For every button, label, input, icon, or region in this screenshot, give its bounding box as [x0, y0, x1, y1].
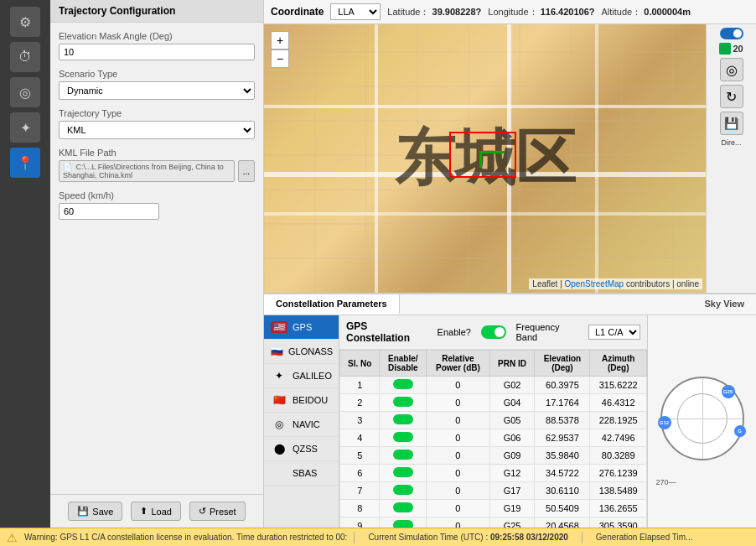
sky-dot-g25: G25 — [722, 385, 735, 398]
table-row: 3 0 G05 88.5378 228.1925 — [340, 412, 647, 429]
row-toggle-3[interactable] — [393, 432, 413, 442]
cell-enable[interactable] — [380, 517, 427, 528]
map-section: Coordinate LLA ECEF ENU Latitude： 39.908… — [264, 0, 756, 293]
speed-input[interactable] — [59, 203, 159, 220]
cell-enable[interactable] — [380, 429, 427, 447]
latitude-value: 39.908228? — [432, 7, 482, 17]
cell-enable[interactable] — [380, 482, 427, 500]
row-toggle-4[interactable] — [393, 450, 413, 460]
sidebar-icon-tools[interactable]: ✦ — [10, 112, 40, 143]
map-zoom-out-button[interactable]: − — [271, 49, 289, 68]
longitude-value: 116.420106? — [541, 7, 595, 17]
left-sidebar: ⚙ ⏱ ◎ ✦ 📍 — [0, 0, 50, 528]
satellite-table: Sl. No Enable/Disable RelativePower (dB)… — [339, 350, 647, 528]
const-item-navic[interactable]: ◎ NAVIC — [264, 413, 339, 437]
sidebar-icon-satellite[interactable]: ◎ — [10, 77, 40, 107]
cell-azimuth: 276.1239 — [590, 465, 647, 482]
navic-flag: ◎ — [271, 419, 287, 430]
frequency-band-select[interactable]: L1 C/A L2C L5 — [588, 325, 640, 340]
cell-enable[interactable] — [380, 412, 427, 429]
cell-elevation: 60.3975 — [535, 377, 590, 394]
attribution-leaflet: Leaflet | — [532, 279, 564, 289]
refresh-icon-btn[interactable]: ↻ — [720, 85, 743, 108]
table-row: 5 0 G09 35.9840 80.3289 — [340, 447, 647, 465]
table-row: 1 0 G02 60.3975 315.6222 — [340, 377, 647, 394]
cell-prn: G04 — [489, 394, 535, 412]
map-container[interactable]: 东城区 + − Leaflet | OpenStreetMap — [264, 24, 706, 293]
cell-azimuth: 136.2655 — [590, 500, 647, 517]
trajectory-type-select[interactable]: KML NMEA — [59, 121, 255, 139]
cell-enable[interactable] — [380, 447, 427, 465]
preset-button[interactable]: ↺ Preset — [189, 502, 246, 521]
table-row: 2 0 G04 17.1764 46.4312 — [340, 394, 647, 412]
sidebar-icon-settings[interactable]: ⚙ — [10, 7, 40, 37]
save-map-icon-btn[interactable]: 💾 — [720, 112, 743, 135]
sbas-label: SBAS — [293, 468, 317, 478]
config-header: Trajectory Configuration — [50, 0, 263, 23]
const-item-qzss[interactable]: ⬤ QZSS — [264, 437, 339, 461]
table-row: 4 0 G06 62.9537 42.7496 — [340, 429, 647, 447]
row-toggle-7[interactable] — [393, 502, 413, 512]
cell-enable[interactable] — [380, 500, 427, 517]
main-content: ⚙ ⏱ ◎ ✦ 📍 Trajectory Configuration Eleva… — [0, 0, 756, 528]
cell-enable[interactable] — [380, 465, 427, 482]
altitude-display: Altitude： 0.000004m — [602, 6, 691, 18]
sky-dot-g-right: G — [734, 425, 746, 437]
sky-view-panel: G25 G12 G 270— — [647, 315, 756, 528]
cell-azimuth: 138.5489 — [590, 482, 647, 500]
save-icon: 💾 — [77, 506, 89, 517]
const-item-sbas[interactable]: SBAS — [264, 461, 339, 486]
cell-elevation: 34.5722 — [535, 465, 590, 482]
row-toggle-0[interactable] — [393, 379, 413, 389]
top-toggle-switch[interactable] — [720, 28, 743, 39]
cell-slno: 1 — [340, 377, 380, 394]
galileo-label: GALILEO — [293, 371, 332, 381]
load-button[interactable]: ⬆ Load — [131, 502, 180, 521]
scenario-type-select[interactable]: Dynamic Static — [59, 81, 255, 100]
sidebar-icon-map[interactable]: 📍 — [10, 148, 40, 178]
row-toggle-2[interactable] — [393, 414, 413, 424]
gps-table: Sl. No Enable/Disable RelativePower (dB)… — [339, 350, 647, 528]
map-zoom-in-button[interactable]: + — [271, 31, 289, 49]
gps-flag: 🇺🇸 — [271, 321, 287, 333]
constellation-parameters-tab[interactable]: Constellation Parameters — [264, 294, 400, 315]
gps-enable-toggle[interactable] — [481, 325, 506, 339]
status-bar: ⚠ Warning: GPS L1 C/A constellation lice… — [0, 528, 756, 546]
save-button[interactable]: 💾 Save — [68, 502, 122, 521]
generation-label: Generation Elapsed Tim... — [596, 533, 693, 542]
attribution-osm: OpenStreetMap — [565, 279, 624, 289]
row-toggle-1[interactable] — [393, 397, 413, 407]
cell-azimuth: 42.7496 — [590, 429, 647, 447]
table-row: 6 0 G12 34.5722 276.1239 — [340, 465, 647, 482]
cell-enable[interactable] — [380, 394, 427, 412]
gps-label: GPS — [293, 322, 312, 332]
const-item-gps[interactable]: 🇺🇸 GPS — [264, 315, 339, 340]
kml-browse-button[interactable]: ... — [238, 160, 255, 182]
cell-power: 0 — [427, 394, 489, 412]
config-body: Elevation Mask Angle (Deg) Scenario Type… — [50, 23, 263, 494]
bottom-panel: Constellation Parameters Sky View 🇺🇸 GPS… — [264, 293, 756, 528]
const-item-beidou[interactable]: 🇨🇳 BEIDOU — [264, 388, 339, 413]
cell-slno: 2 — [340, 394, 380, 412]
const-item-galileo[interactable]: ✦ GALILEO — [264, 364, 339, 388]
row-toggle-8[interactable] — [393, 520, 413, 528]
coordinate-mode-select[interactable]: LLA ECEF ENU — [330, 3, 381, 20]
sidebar-icon-clock[interactable]: ⏱ — [10, 42, 40, 72]
frequency-band-label: Frequency Band — [516, 322, 578, 342]
cell-enable[interactable] — [380, 377, 427, 394]
circle-icon-btn[interactable]: ◎ — [720, 58, 743, 81]
row-toggle-6[interactable] — [393, 485, 413, 495]
row-toggle-5[interactable] — [393, 467, 413, 477]
cell-azimuth: 46.4312 — [590, 394, 647, 412]
beidou-label: BEIDOU — [293, 395, 328, 405]
col-slno: Sl. No — [340, 351, 380, 377]
cell-azimuth: 315.6222 — [590, 377, 647, 394]
col-azimuth: Azimuth(Deg) — [590, 351, 647, 377]
elevation-mask-input[interactable] — [59, 44, 255, 60]
qzss-label: QZSS — [293, 444, 318, 454]
load-icon: ⬆ — [140, 506, 148, 517]
table-row: 7 0 G17 30.6110 138.5489 — [340, 482, 647, 500]
scenario-type-label: Scenario Type — [59, 69, 255, 79]
cell-elevation: 88.5378 — [535, 412, 590, 429]
const-item-glonass[interactable]: 🇷🇺 GLONASS — [264, 340, 339, 364]
